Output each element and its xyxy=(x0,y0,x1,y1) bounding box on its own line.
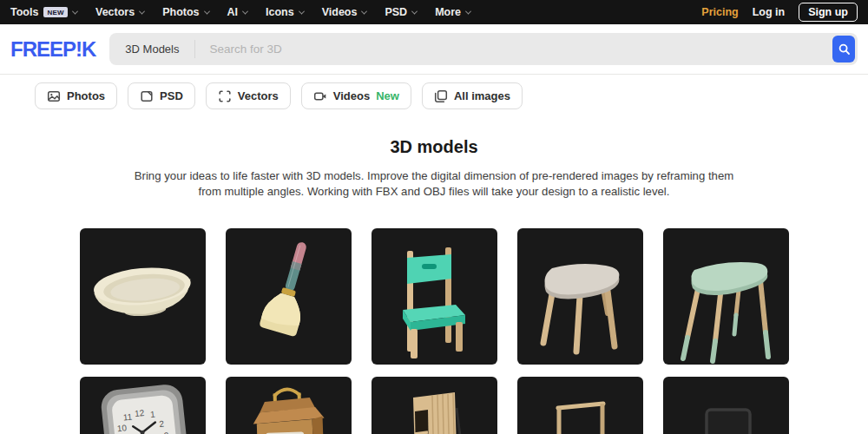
wall-clock-3d-thumbnail: 12 11 1 10 2 3 xyxy=(80,377,206,434)
model-card-shelf[interactable] xyxy=(372,377,497,434)
shelf-3d-thumbnail xyxy=(372,377,497,434)
nav-item-icons[interactable]: Icons xyxy=(266,6,304,18)
filter-label: Vectors xyxy=(238,89,279,102)
photo-icon xyxy=(47,89,61,103)
white-table-3d-thumbnail xyxy=(517,228,643,365)
model-card-mantel-clock[interactable] xyxy=(226,377,352,434)
mirror-3d-thumbnail xyxy=(663,377,789,434)
chair-3d-thumbnail xyxy=(372,228,497,365)
nav-item-ai[interactable]: AI xyxy=(227,6,248,18)
svg-text:12: 12 xyxy=(134,408,145,418)
new-badge: New xyxy=(376,89,399,102)
model-card-clothes-rack[interactable] xyxy=(517,377,643,434)
model-card-bowl[interactable] xyxy=(80,228,206,365)
media-type-filters: Photos PSD Vectors Videos xyxy=(0,75,868,109)
nav-item-label: AI xyxy=(227,6,239,18)
signup-button[interactable]: Sign up xyxy=(799,3,858,22)
model-gallery: 12 11 1 10 2 3 xyxy=(80,228,789,434)
filter-psd[interactable]: PSD xyxy=(128,82,195,109)
nav-item-label: Photos xyxy=(162,6,199,18)
nav-item-label: Videos xyxy=(322,6,358,18)
model-card-white-table[interactable] xyxy=(517,228,643,365)
search-button[interactable] xyxy=(832,36,855,62)
model-card-chair[interactable] xyxy=(372,228,497,365)
model-card-mirror[interactable] xyxy=(663,377,789,434)
clothes-rack-3d-thumbnail xyxy=(517,377,643,434)
nav-item-label: Icons xyxy=(266,6,294,18)
svg-text:11: 11 xyxy=(122,411,133,422)
new-badge: NEW xyxy=(43,7,68,17)
chevron-down-icon xyxy=(242,8,248,14)
filter-label: All images xyxy=(454,89,510,102)
filter-label: Videos xyxy=(333,89,370,102)
nav-item-label: Tools xyxy=(10,6,38,18)
nav-item-vectors[interactable]: Vectors xyxy=(95,6,144,18)
filter-label: PSD xyxy=(160,89,183,102)
description-line: from multiple angles. Working with FBX a… xyxy=(104,184,764,200)
nav-item-psd[interactable]: PSD xyxy=(385,6,417,18)
bowl-3d-thumbnail xyxy=(80,228,206,365)
description-line: Bring your ideas to life faster with 3D … xyxy=(104,168,764,184)
nav-account-area: Pricing Log in Sign up xyxy=(701,3,858,22)
corners-icon xyxy=(218,89,232,103)
mantel-clock-3d-thumbnail xyxy=(226,377,352,434)
stack-icon xyxy=(434,89,448,103)
model-card-spatula[interactable] xyxy=(226,228,352,365)
model-card-wall-clock[interactable]: 12 11 1 10 2 3 xyxy=(80,377,206,434)
chevron-down-icon xyxy=(465,8,471,14)
svg-text:10: 10 xyxy=(116,423,128,433)
search-category-selector[interactable]: 3D Models xyxy=(109,43,194,56)
frame-icon xyxy=(140,89,154,103)
model-card-mint-table[interactable] xyxy=(663,228,789,365)
page-description: Bring your ideas to life faster with 3D … xyxy=(104,168,764,200)
nav-item-label: PSD xyxy=(385,6,407,18)
chevron-down-icon xyxy=(411,8,418,14)
top-navigation: Tools NEW Vectors Photos AI Icons Videos… xyxy=(0,0,868,24)
video-camera-icon xyxy=(313,89,327,103)
chevron-down-icon xyxy=(299,8,305,14)
chevron-down-icon xyxy=(72,8,78,14)
nav-item-photos[interactable]: Photos xyxy=(162,6,208,18)
nav-item-label: Vectors xyxy=(95,6,135,18)
page-title: 3D models xyxy=(0,137,868,157)
filter-all-images[interactable]: All images xyxy=(422,82,523,109)
pricing-link[interactable]: Pricing xyxy=(701,6,738,18)
nav-menu: Tools NEW Vectors Photos AI Icons Videos… xyxy=(10,6,470,18)
filter-videos[interactable]: Videos New xyxy=(301,82,411,109)
nav-item-more[interactable]: More xyxy=(435,6,470,18)
filter-label: Photos xyxy=(67,89,105,102)
spatula-3d-thumbnail xyxy=(226,228,352,365)
search-bar: 3D Models xyxy=(109,33,858,65)
filter-photos[interactable]: Photos xyxy=(35,82,117,109)
header: FREEP!K 3D Models xyxy=(0,24,868,75)
search-icon xyxy=(838,43,851,56)
chevron-down-icon xyxy=(361,8,367,14)
nav-item-videos[interactable]: Videos xyxy=(322,6,367,18)
filter-vectors[interactable]: Vectors xyxy=(206,82,291,109)
search-input[interactable] xyxy=(195,33,832,65)
chevron-down-icon xyxy=(203,8,209,14)
mint-table-3d-thumbnail xyxy=(663,228,789,365)
chevron-down-icon xyxy=(139,8,145,14)
freepik-logo[interactable]: FREEP!K xyxy=(10,37,95,62)
nav-item-tools[interactable]: Tools NEW xyxy=(10,6,77,18)
nav-item-label: More xyxy=(435,6,461,18)
login-link[interactable]: Log in xyxy=(753,6,786,18)
